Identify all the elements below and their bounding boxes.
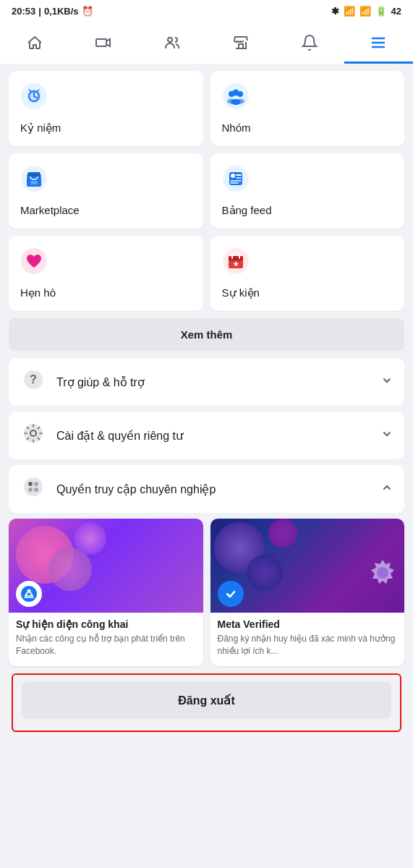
svg-rect-2 xyxy=(239,44,243,48)
svg-point-36 xyxy=(24,477,43,496)
groups-label: Nhóm xyxy=(222,122,251,134)
svg-text:?: ? xyxy=(30,373,37,386)
nav-notifications[interactable] xyxy=(276,28,344,64)
meta-avatar xyxy=(218,581,244,607)
settings-chevron xyxy=(381,428,393,443)
pro-card-meta-desc: Đăng ký nhận huy hiệu đã xác minh và hưở… xyxy=(218,633,398,658)
section-pro[interactable]: Quyền truy cập chuyên nghiệp xyxy=(9,465,404,513)
pro-cards-grid: Sự hiện diện công khai Nhận các công cụ … xyxy=(9,519,404,666)
logout-button-wrap: Đăng xuất xyxy=(12,673,401,732)
nav-video[interactable] xyxy=(69,28,137,64)
groups-icon xyxy=(222,82,393,116)
help-label: Trợ giúp & hỗ trợ xyxy=(56,375,145,389)
svg-point-42 xyxy=(27,590,31,593)
friends-icon xyxy=(163,34,181,56)
pro-card-public-desc: Nhận các công cụ hỗ trợ bạn phát triển t… xyxy=(16,633,196,658)
svg-point-11 xyxy=(232,90,239,96)
see-more-button[interactable]: Xem thêm xyxy=(9,318,404,351)
card-marketplace[interactable]: Marketplace xyxy=(9,153,203,229)
pro-card-public-body: Sự hiện diện công khai Nhận các công cụ … xyxy=(9,613,203,666)
cards-grid: Kỷ niệm Nhóm xyxy=(9,71,404,311)
battery-level: 42 xyxy=(391,6,401,17)
card-events[interactable]: ★ Sự kiện xyxy=(210,236,405,311)
pro-chevron xyxy=(381,482,393,497)
svg-point-39 xyxy=(28,488,33,492)
events-label: Sự kiện xyxy=(222,286,260,299)
settings-icon xyxy=(20,423,46,448)
bell-icon xyxy=(301,34,318,56)
content-area: Kỷ niệm Nhóm xyxy=(0,65,413,749)
svg-point-44 xyxy=(377,567,388,579)
pro-card-public[interactable]: Sự hiện diện công khai Nhận các công cụ … xyxy=(9,519,203,666)
logout-button[interactable]: Đăng xuất xyxy=(22,682,391,719)
status-left: 20:53 | 0,1KB/s ⏰ xyxy=(12,6,93,17)
card-dating[interactable]: Hẹn hò xyxy=(9,236,203,311)
signal-icon: 📶 xyxy=(344,6,355,17)
pro-icon xyxy=(20,477,46,501)
store-icon xyxy=(232,34,250,56)
svg-point-14 xyxy=(231,99,241,105)
feed-icon xyxy=(222,165,393,198)
events-icon: ★ xyxy=(222,247,393,281)
meta-badge xyxy=(368,558,397,587)
card-feed[interactable]: Bảng feed xyxy=(210,153,405,229)
svg-point-45 xyxy=(223,587,238,601)
svg-point-8 xyxy=(223,83,249,109)
clock-icon: ⏰ xyxy=(82,6,93,17)
card-memories[interactable]: Kỷ niệm xyxy=(9,71,203,146)
menu-icon xyxy=(370,34,387,56)
svg-point-1 xyxy=(168,38,172,42)
svg-point-20 xyxy=(231,174,235,178)
battery-icon: 🔋 xyxy=(375,6,387,17)
section-help-left: ? Trợ giúp & hỗ trợ xyxy=(20,370,145,394)
wifi-icon: 📶 xyxy=(359,6,371,17)
status-speed: | xyxy=(38,6,41,17)
public-avatar xyxy=(16,581,42,607)
nav-store[interactable] xyxy=(207,28,276,64)
card-groups[interactable]: Nhóm xyxy=(210,71,405,146)
help-chevron xyxy=(381,375,393,390)
svg-point-38 xyxy=(34,482,38,486)
pro-label: Quyền truy cập chuyên nghiệp xyxy=(56,482,216,496)
svg-text:★: ★ xyxy=(233,260,239,268)
status-time: 20:53 xyxy=(12,6,35,17)
nav-home[interactable] xyxy=(0,28,69,64)
memories-icon xyxy=(20,82,192,116)
pro-card-meta[interactable]: Meta Verified Đăng ký nhận huy hiệu đã x… xyxy=(210,519,405,666)
dating-label: Hẹn hò xyxy=(20,286,56,299)
status-bar: 20:53 | 0,1KB/s ⏰ ✱ 📶 📶 🔋 42 xyxy=(0,0,413,22)
section-settings-left: Cài đặt & quyền riêng tư xyxy=(20,423,183,448)
svg-point-40 xyxy=(34,488,38,492)
pro-card-meta-title: Meta Verified xyxy=(218,618,398,630)
help-icon: ? xyxy=(20,370,46,394)
svg-point-41 xyxy=(21,586,37,602)
feed-label: Bảng feed xyxy=(222,204,272,216)
marketplace-icon xyxy=(20,165,192,198)
marketplace-label: Marketplace xyxy=(20,204,80,216)
settings-label: Cài đặt & quyền riêng tư xyxy=(56,429,183,443)
dating-icon xyxy=(20,247,192,281)
bluetooth-icon: ✱ xyxy=(331,6,339,17)
nav-friends[interactable] xyxy=(137,28,206,64)
section-help[interactable]: ? Trợ giúp & hỗ trợ xyxy=(9,358,404,406)
section-settings[interactable]: Cài đặt & quyền riêng tư xyxy=(9,412,404,459)
video-icon xyxy=(95,34,112,56)
svg-rect-17 xyxy=(30,181,38,184)
svg-rect-0 xyxy=(96,39,106,46)
pro-card-public-title: Sự hiện diện công khai xyxy=(16,618,196,630)
home-icon xyxy=(26,34,43,56)
status-right: ✱ 📶 📶 🔋 42 xyxy=(331,6,401,17)
svg-point-37 xyxy=(28,482,33,486)
pro-card-meta-body: Meta Verified Đăng ký nhận huy hiệu đã x… xyxy=(210,613,405,666)
pro-card-public-image xyxy=(9,519,203,613)
nav-menu[interactable] xyxy=(344,28,413,64)
section-pro-left: Quyền truy cập chuyên nghiệp xyxy=(20,477,216,501)
status-network-speed: 0,1KB/s xyxy=(44,6,79,17)
nav-bar xyxy=(0,22,413,65)
pro-card-meta-image xyxy=(210,519,405,613)
memories-label: Kỷ niệm xyxy=(20,122,61,134)
